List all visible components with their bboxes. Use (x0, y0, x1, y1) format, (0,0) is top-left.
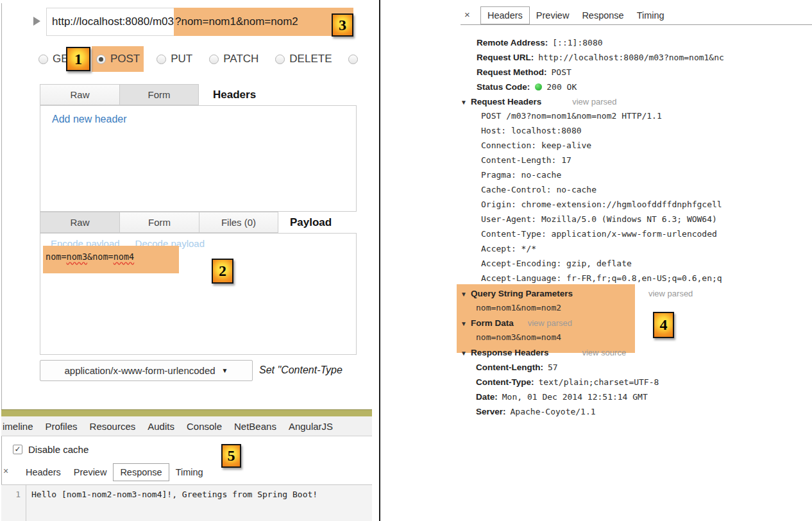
summary-value: http://localhost:8080/m03?nom=nom1&nc (538, 53, 724, 62)
payload-tab-form[interactable]: Form (119, 212, 199, 233)
callout-badge-3: 3 (332, 13, 353, 37)
url-query-highlight: ?nom=nom1&nom=nom2 (174, 8, 353, 36)
headers-section-title: Headers (213, 84, 256, 105)
headers-tab-raw[interactable]: Raw (40, 84, 119, 105)
response-header-row: Server:Apache-Coyote/1.1 (461, 404, 812, 418)
screenshot-root: http://localhost:8080/m03?nom=nom1&nom=n… (0, 0, 812, 521)
response-header-value: Apache-Coyote/1.1 (511, 407, 596, 416)
method-label-patch: PATCH (223, 53, 258, 65)
view-parsed-link[interactable]: view parsed (572, 97, 616, 107)
method-radio-put[interactable]: PUT (156, 53, 192, 65)
triangle-down-icon[interactable]: ▼ (461, 320, 467, 327)
payload-part: &nom= (87, 252, 114, 262)
tab-timeline-clipped[interactable]: imeline (3, 421, 33, 432)
section-title: Response Headers (471, 348, 549, 357)
disable-cache-row[interactable]: ✓ Disable cache (13, 444, 89, 455)
summary-label: Remote Address: (477, 38, 548, 47)
url-base-text: http://localhost:8080/m03 (52, 15, 174, 28)
payload-tab-raw[interactable]: Raw (40, 212, 119, 233)
tabstrip-underline (461, 24, 812, 25)
headers-editor-box[interactable]: Add new header (40, 105, 357, 212)
summary-value: 200 OK (546, 82, 577, 92)
payload-tabstrip: Raw Form Files (0) (40, 212, 278, 233)
send-request-icon[interactable] (33, 17, 40, 26)
subtab-preview[interactable]: Preview (67, 464, 114, 481)
disable-cache-checkbox[interactable]: ✓ (13, 445, 22, 454)
method-radio-post[interactable]: POST (92, 46, 144, 72)
summary-value: POST (552, 67, 571, 77)
subtab-headers[interactable]: Headers (19, 464, 67, 481)
payload-part: nom= (46, 252, 67, 262)
left-frame-border (1, 3, 2, 521)
chevron-down-icon: ▼ (222, 367, 228, 374)
summary-row-status: Status Code:200 OK (461, 79, 812, 94)
triangle-down-icon[interactable]: ▼ (461, 99, 467, 106)
request-header-line: Cache-Control: no-cache (481, 182, 812, 197)
view-parsed-link[interactable]: view parsed (528, 318, 572, 328)
response-headers-section-row: ▼Response Headersview source (461, 345, 812, 359)
triangle-down-icon[interactable]: ▼ (461, 350, 467, 357)
view-source-link[interactable]: view source (582, 348, 626, 357)
headers-tabstrip: Raw Form (40, 84, 199, 105)
content-type-hint: Set "Content-Type (259, 364, 343, 376)
request-detail-subtabs: Headers Preview Response Timing (19, 463, 210, 481)
status-ok-dot-icon (535, 83, 542, 90)
response-header-value: 57 (548, 363, 558, 372)
content-type-dropdown[interactable]: application/x-www-form-urlencoded ▼ (40, 360, 253, 381)
view-parsed-link[interactable]: view parsed (648, 289, 693, 298)
request-header-line: Connection: keep-alive (481, 138, 812, 153)
headers-tab-form[interactable]: Form (119, 84, 199, 105)
payload-text-line[interactable]: nom=nom3&nom=nom4 (43, 252, 179, 262)
request-header-line: Origin: chrome-extension://hgmloofddffdn… (481, 197, 812, 212)
tab-netbeans[interactable]: NetBeans (234, 421, 276, 432)
net-tab-headers[interactable]: Headers (480, 6, 530, 24)
tab-resources[interactable]: Resources (90, 421, 136, 432)
payload-editor-box[interactable]: Encode payload Decode payload nom=nom3&n… (40, 233, 357, 355)
close-icon[interactable]: × (3, 466, 8, 476)
net-tab-timing[interactable]: Timing (630, 7, 671, 24)
callout-badge-4: 4 (653, 312, 674, 338)
radio-icon-put[interactable] (156, 55, 166, 64)
triangle-down-icon[interactable]: ▼ (461, 291, 467, 298)
radio-icon-get[interactable] (38, 55, 48, 64)
summary-label: Request Method: (477, 67, 547, 77)
query-string-section-row: ▼Query String Parametersview parsed (461, 286, 812, 300)
subtab-response[interactable]: Response (113, 463, 169, 481)
payload-tab-files[interactable]: Files (0) (199, 212, 278, 233)
payload-highlight: nom=nom3&nom=nom4 (43, 246, 179, 273)
radio-icon-post[interactable] (96, 55, 106, 64)
headers-detail-content: Remote Address:[::1]:8080 Request URL:ht… (461, 33, 812, 418)
tab-profiles[interactable]: Profiles (46, 421, 78, 432)
method-radio-patch[interactable]: PATCH (209, 53, 258, 65)
tab-angularjs[interactable]: AngularJS (289, 421, 333, 432)
gutter-divider (26, 485, 26, 521)
summary-row: Request Method:POST (461, 64, 812, 79)
net-tab-preview[interactable]: Preview (530, 7, 576, 24)
tab-console[interactable]: Console (187, 421, 222, 432)
radio-icon-delete[interactable] (275, 55, 285, 64)
radio-icon-patch[interactable] (209, 55, 219, 64)
radio-icon-clipped[interactable] (348, 55, 358, 64)
method-label-put: PUT (171, 53, 192, 65)
method-radio-clipped[interactable] (348, 55, 358, 64)
request-header-line: Accept: */* (481, 241, 812, 256)
summary-label: Request URL: (477, 53, 534, 62)
content-type-value: application/x-www-form-urlencoded (65, 365, 216, 376)
summary-value: [::1]:8080 (552, 38, 602, 47)
subtab-timing[interactable]: Timing (169, 464, 210, 481)
response-body-viewer[interactable]: 1 Hello [nom1-nom2-nom3-nom4]!, Greeting… (1, 484, 372, 521)
request-header-line: Content-Length: 17 (481, 153, 812, 167)
callout-badge-1: 1 (66, 47, 90, 71)
close-icon[interactable]: × (464, 9, 470, 20)
net-tab-response[interactable]: Response (575, 7, 630, 24)
url-input[interactable]: http://localhost:8080/m03?nom=nom1&nom=n… (46, 8, 346, 36)
devtools-main-tabstrip: imeline Profiles Resources Audits Consol… (1, 416, 372, 436)
method-radio-delete[interactable]: DELETE (275, 53, 332, 65)
tab-audits[interactable]: Audits (148, 421, 174, 432)
payload-part-misspelled: nom4 (114, 252, 135, 262)
section-title: Query String Parameters (471, 289, 573, 298)
form-data-section-row: ▼Form Dataview parsed (461, 315, 812, 330)
request-header-line: Host: localhost:8080 (481, 123, 812, 138)
add-new-header-link[interactable]: Add new header (52, 114, 127, 125)
method-label-post: POST (110, 53, 140, 65)
